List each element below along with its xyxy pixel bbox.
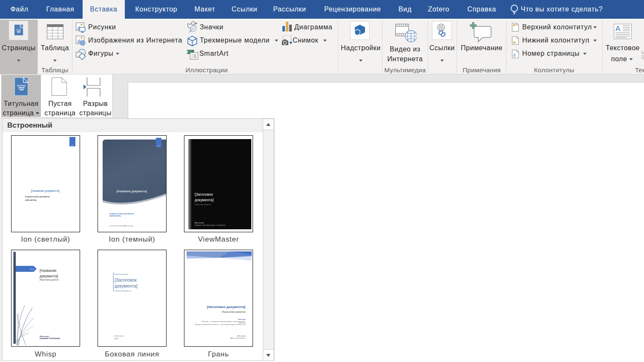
svg-text:[Название компании]: [Название компании] bbox=[115, 274, 128, 275]
svg-text:[Год]: [Год] bbox=[71, 144, 74, 146]
svg-text:[Подзаголовок документа]: [Подзаголовок документа] bbox=[195, 204, 211, 205]
svg-text:[Приложения помогут добавить л: [Приложения помогут добавить любой текст… bbox=[195, 324, 245, 325]
svg-text:[Название документа]: [Название документа] bbox=[116, 190, 147, 193]
svg-text:документа]: документа] bbox=[195, 198, 213, 202]
svg-text:[ИМЯ АВТОРА]: [ИМЯ АВТОРА] bbox=[25, 200, 37, 201]
svg-text:[Заголовок документа]: [Заголовок документа] bbox=[207, 305, 246, 309]
svg-text:[Название документа]: [Название документа] bbox=[31, 189, 59, 193]
svg-text:[Заголовок: [Заголовок bbox=[115, 278, 137, 282]
svg-text:документов]: документов] bbox=[239, 322, 246, 324]
svg-text:[название организации] [Адрес: [название организации] [Адрес орг-ции] bbox=[109, 225, 133, 227]
svg-text:[ИМЯ АВТОРА]: [ИМЯ АВТОРА] bbox=[109, 215, 121, 217]
svg-text:[Аннотация — это краткий обзор: [Аннотация — это краткий обзор содержимо… bbox=[202, 321, 246, 322]
svg-text:Аннотация: Аннотация bbox=[238, 319, 245, 320]
svg-text:[Адрес электронной почты]: [Адрес электронной почты] bbox=[230, 337, 246, 339]
svg-text:[Дата]: [Дата] bbox=[115, 338, 118, 339]
svg-text:документа]: документа] bbox=[40, 274, 58, 278]
svg-text:[Имя автора]: [Имя автора] bbox=[195, 222, 204, 224]
svg-text:[НАЗВАНИЕ ОРГАНИЗАЦИИ] [АДРЕС: [НАЗВАНИЕ ОРГАНИЗАЦИИ] [АДРЕС ОРГАНИЗАЦИ… bbox=[195, 225, 225, 226]
svg-text:[Подзаголовок документа]: [Подзаголовок документа] bbox=[115, 290, 131, 292]
svg-text:[НАЗВАНИЕ ОРГАНИЗАЦИИ]: [НАЗВАНИЕ ОРГАНИЗАЦИИ] bbox=[40, 338, 60, 339]
svg-text:документа]: документа] bbox=[115, 284, 138, 288]
svg-text:[Дата]: [Дата] bbox=[30, 268, 34, 270]
svg-text:#: # bbox=[513, 53, 516, 58]
svg-text:[ПОДЗАГОЛОВОК ДОКУМЕНТА]: [ПОДЗАГОЛОВОК ДОКУМЕНТА] bbox=[25, 196, 50, 198]
svg-text:[Год]: [Год] bbox=[157, 145, 160, 147]
svg-text:[ПОДЗАГОЛОВОК ДОКУМЕНТА]: [ПОДЗАГОЛОВОК ДОКУМЕНТА] bbox=[109, 213, 134, 215]
svg-text:[Имя автора]: [Имя автора] bbox=[40, 336, 49, 337]
svg-text:[Имя автора]: [Имя автора] bbox=[115, 335, 123, 337]
svg-text:[Подзаголовок документа]: [Подзаголовок документа] bbox=[40, 279, 58, 281]
svg-text:[Название: [Название bbox=[40, 268, 57, 273]
svg-text:[Заголовок: [Заголовок bbox=[195, 192, 213, 197]
svg-text:[Подзаголовок документа]: [Подзаголовок документа] bbox=[221, 311, 245, 313]
svg-text:[Имя автора]: [Имя автора] bbox=[237, 335, 245, 337]
svg-text:A: A bbox=[615, 25, 621, 33]
